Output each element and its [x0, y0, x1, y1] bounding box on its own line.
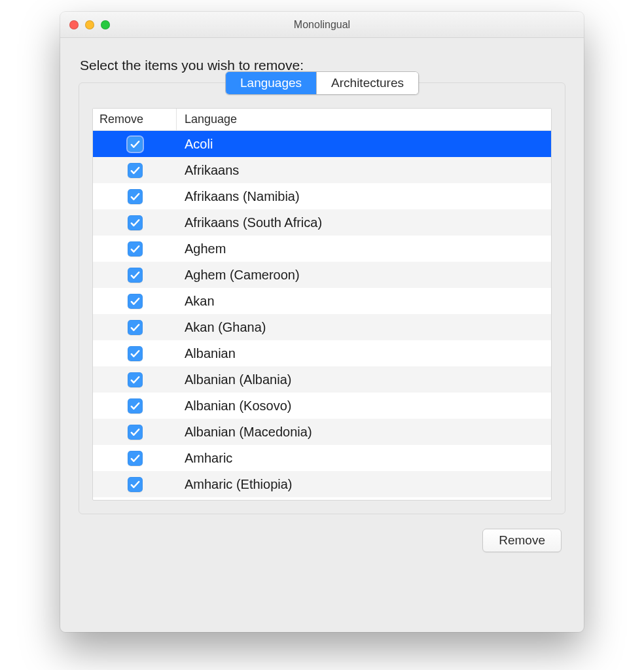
- tab-segmented-control: Languages Architectures: [225, 71, 419, 95]
- cell-language: Afrikaans: [177, 163, 551, 178]
- table-row[interactable]: Afrikaans: [93, 157, 551, 183]
- cell-language: Akan (Ghana): [177, 320, 551, 335]
- cell-remove: [93, 163, 177, 178]
- window-controls: [69, 20, 110, 29]
- cell-language: Akan: [177, 294, 551, 309]
- cell-language: Albanian (Albania): [177, 372, 551, 387]
- cell-remove: [93, 294, 177, 309]
- cell-remove: [93, 451, 177, 466]
- cell-remove: [93, 241, 177, 256]
- cell-remove: [93, 320, 177, 335]
- remove-checkbox[interactable]: [128, 163, 143, 178]
- remove-checkbox[interactable]: [128, 137, 143, 152]
- cell-remove: [93, 398, 177, 414]
- cell-language: Albanian (Macedonia): [177, 425, 551, 440]
- titlebar: Monolingual: [60, 12, 584, 38]
- footer: Remove: [79, 514, 565, 552]
- remove-checkbox[interactable]: [128, 398, 143, 414]
- remove-checkbox[interactable]: [128, 241, 143, 256]
- cell-language: Albanian: [177, 346, 551, 361]
- remove-checkbox[interactable]: [128, 294, 143, 309]
- table-row[interactable]: Albanian: [93, 340, 551, 366]
- cell-remove: [93, 268, 177, 283]
- cell-remove: [93, 346, 177, 361]
- cell-remove: [93, 477, 177, 492]
- minimize-icon[interactable]: [85, 20, 94, 29]
- remove-button[interactable]: Remove: [482, 529, 562, 552]
- cell-remove: [93, 215, 177, 230]
- remove-checkbox[interactable]: [128, 268, 143, 283]
- window-content: Select the items you wish to remove: Lan…: [60, 38, 584, 571]
- remove-checkbox[interactable]: [128, 320, 143, 335]
- cell-remove: [93, 137, 177, 152]
- cell-language: Aghem (Cameroon): [177, 268, 551, 283]
- cell-remove: [93, 372, 177, 387]
- table-row[interactable]: Aghem: [93, 236, 551, 262]
- cell-remove: [93, 425, 177, 440]
- table-row[interactable]: Amharic (Ethiopia): [93, 471, 551, 497]
- remove-checkbox[interactable]: [128, 189, 143, 204]
- remove-checkbox[interactable]: [128, 372, 143, 387]
- languages-table: Remove Language AcoliAfrikaansAfrikaans …: [92, 108, 552, 501]
- column-header-remove[interactable]: Remove: [93, 109, 177, 130]
- remove-checkbox[interactable]: [128, 425, 143, 440]
- table-row[interactable]: Afrikaans (Namibia): [93, 183, 551, 209]
- table-row[interactable]: Afrikaans (South Africa): [93, 209, 551, 236]
- column-header-language[interactable]: Language: [177, 109, 551, 130]
- table-row[interactable]: Albanian (Kosovo): [93, 393, 551, 419]
- table-row[interactable]: Albanian (Macedonia): [93, 419, 551, 445]
- close-icon[interactable]: [69, 20, 79, 29]
- zoom-icon[interactable]: [101, 20, 110, 29]
- cell-remove: [93, 189, 177, 204]
- cell-language: Amharic: [177, 451, 551, 466]
- cell-language: Afrikaans (Namibia): [177, 189, 551, 204]
- cell-language: Albanian (Kosovo): [177, 398, 551, 414]
- table-row[interactable]: Akan: [93, 288, 551, 314]
- table-header: Remove Language: [93, 109, 551, 131]
- table-row[interactable]: Acoli: [93, 131, 551, 157]
- cell-language: Acoli: [177, 137, 551, 152]
- table-row[interactable]: Aghem (Cameroon): [93, 262, 551, 288]
- table-row[interactable]: Albanian (Albania): [93, 366, 551, 393]
- tab-architectures[interactable]: Architectures: [316, 72, 418, 94]
- tab-languages[interactable]: Languages: [226, 72, 316, 94]
- remove-checkbox[interactable]: [128, 215, 143, 230]
- table-row[interactable]: Amharic: [93, 445, 551, 471]
- remove-checkbox[interactable]: [128, 451, 143, 466]
- table-body[interactable]: AcoliAfrikaansAfrikaans (Namibia)Afrikaa…: [93, 131, 551, 500]
- window-title: Monolingual: [60, 19, 584, 31]
- app-window: Monolingual Select the items you wish to…: [60, 12, 584, 632]
- cell-language: Amharic (Ethiopia): [177, 477, 551, 492]
- main-panel: Languages Architectures Remove Language …: [79, 82, 565, 514]
- cell-language: Afrikaans (South Africa): [177, 215, 551, 230]
- remove-checkbox[interactable]: [128, 346, 143, 361]
- cell-language: Aghem: [177, 241, 551, 256]
- remove-checkbox[interactable]: [128, 477, 143, 492]
- table-row[interactable]: Akan (Ghana): [93, 314, 551, 340]
